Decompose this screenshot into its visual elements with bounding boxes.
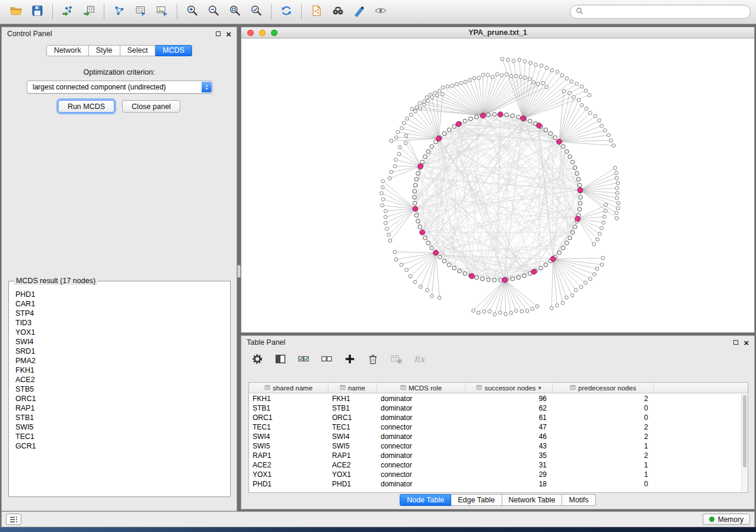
mcds-result-item[interactable]: ORC1 <box>15 394 229 403</box>
network-leaf-node[interactable] <box>514 74 518 78</box>
column-header-successor-nodes[interactable]: successor nodes▾ <box>465 383 553 393</box>
network-leaf-node[interactable] <box>577 98 580 102</box>
network-node[interactable] <box>480 277 484 281</box>
network-leaf-node[interactable] <box>596 238 599 241</box>
network-node[interactable] <box>511 114 515 118</box>
network-node[interactable] <box>413 183 417 187</box>
network-leaf-node[interactable] <box>446 85 449 88</box>
network-canvas[interactable] <box>241 39 754 332</box>
network-leaf-node[interactable] <box>398 146 402 149</box>
network-leaf-node[interactable] <box>545 85 548 89</box>
network-leaf-node[interactable] <box>604 209 607 213</box>
search-box[interactable] <box>570 5 751 19</box>
network-leaf-node[interactable] <box>506 58 510 62</box>
search-input[interactable] <box>586 8 745 16</box>
network-leaf-node[interactable] <box>614 171 618 175</box>
binoculars-button[interactable] <box>327 2 349 22</box>
network-node[interactable] <box>474 275 479 280</box>
panel-menu-button[interactable] <box>6 514 21 525</box>
network-node[interactable] <box>568 236 572 240</box>
network-hub-node[interactable] <box>550 257 556 262</box>
network-leaf-node[interactable] <box>615 211 618 215</box>
network-leaf-node[interactable] <box>574 289 578 292</box>
network-leaf-node[interactable] <box>612 144 615 148</box>
network-node[interactable] <box>430 145 434 149</box>
network-node[interactable] <box>447 128 451 132</box>
new-table-button[interactable] <box>130 2 151 22</box>
tab-edge-table[interactable]: Edge Table <box>451 494 502 506</box>
network-leaf-node[interactable] <box>384 209 388 213</box>
eye-button[interactable] <box>370 2 391 22</box>
network-leaf-node[interactable] <box>561 302 564 305</box>
network-leaf-node[interactable] <box>529 61 532 65</box>
network-leaf-node[interactable] <box>602 221 605 225</box>
network-node[interactable] <box>576 177 580 181</box>
network-leaf-node[interactable] <box>550 69 554 72</box>
network-leaf-node[interactable] <box>477 76 481 80</box>
network-leaf-node[interactable] <box>604 203 608 207</box>
network-leaf-node[interactable] <box>438 296 441 300</box>
mcds-result-list[interactable]: PHD1CAR1STP4TID3YOX1SWI4SRD1PMA2FKH1ACE2… <box>10 290 229 495</box>
network-leaf-node[interactable] <box>570 294 574 297</box>
network-leaf-node[interactable] <box>404 142 407 145</box>
network-node[interactable] <box>458 269 462 273</box>
table-row[interactable]: ORC1ORC1dominator610 <box>249 413 741 422</box>
network-leaf-node[interactable] <box>409 113 413 117</box>
network-leaf-node[interactable] <box>468 78 471 82</box>
save-session-button[interactable] <box>27 2 48 22</box>
network-node[interactable] <box>413 201 417 206</box>
network-node[interactable] <box>571 230 575 235</box>
network-leaf-node[interactable] <box>496 73 499 76</box>
network-leaf-node[interactable] <box>585 107 588 110</box>
network-node[interactable] <box>438 255 442 259</box>
network-node[interactable] <box>423 236 428 240</box>
import-network-button[interactable] <box>57 2 78 22</box>
network-hub-node[interactable] <box>578 188 583 193</box>
network-node[interactable] <box>452 266 457 270</box>
tab-network-table[interactable]: Network Table <box>502 494 563 506</box>
refresh-button[interactable] <box>276 2 297 22</box>
network-leaf-node[interactable] <box>541 81 545 85</box>
table-settings-button[interactable] <box>250 352 265 368</box>
network-leaf-node[interactable] <box>584 281 588 284</box>
network-leaf-node[interactable] <box>500 57 504 61</box>
deselect-all-button[interactable] <box>319 352 334 368</box>
network-leaf-node[interactable] <box>430 294 434 298</box>
network-node[interactable] <box>548 132 553 136</box>
network-leaf-node[interactable] <box>387 233 391 236</box>
network-hub-node[interactable] <box>575 216 580 222</box>
network-leaf-node[interactable] <box>381 180 385 183</box>
network-node[interactable] <box>571 160 575 164</box>
network-leaf-node[interactable] <box>504 312 508 316</box>
network-node[interactable] <box>452 124 457 129</box>
network-leaf-node[interactable] <box>512 59 515 63</box>
network-leaf-node[interactable] <box>615 217 618 220</box>
mcds-result-item[interactable]: RAP1 <box>15 403 229 413</box>
zoom-in-button[interactable] <box>181 2 203 22</box>
network-leaf-node[interactable] <box>565 77 569 81</box>
network-hub-node[interactable] <box>557 139 562 145</box>
network-leaf-node[interactable] <box>438 89 441 93</box>
network-leaf-node[interactable] <box>410 107 414 111</box>
table-row[interactable]: RAP1RAP1dominator352 <box>249 451 741 460</box>
network-leaf-node[interactable] <box>545 66 548 70</box>
network-leaf-node[interactable] <box>600 124 604 128</box>
network-node[interactable] <box>565 150 569 154</box>
network-node[interactable] <box>493 278 497 283</box>
tab-style[interactable]: Style <box>89 45 120 56</box>
network-leaf-node[interactable] <box>568 91 572 95</box>
network-node[interactable] <box>544 263 548 267</box>
tab-node-table[interactable]: Node Table <box>400 494 451 506</box>
network-hub-node[interactable] <box>537 123 542 129</box>
open-folder-button[interactable] <box>5 2 27 22</box>
network-leaf-node[interactable] <box>380 191 384 195</box>
network-leaf-node[interactable] <box>409 275 412 278</box>
network-leaf-node[interactable] <box>405 268 409 272</box>
network-hub-node[interactable] <box>498 112 503 117</box>
network-leaf-node[interactable] <box>594 114 597 118</box>
network-leaf-node[interactable] <box>400 263 403 267</box>
network-leaf-node[interactable] <box>483 310 486 313</box>
network-node[interactable] <box>413 196 417 200</box>
network-leaf-node[interactable] <box>430 95 434 99</box>
network-node[interactable] <box>544 128 548 132</box>
